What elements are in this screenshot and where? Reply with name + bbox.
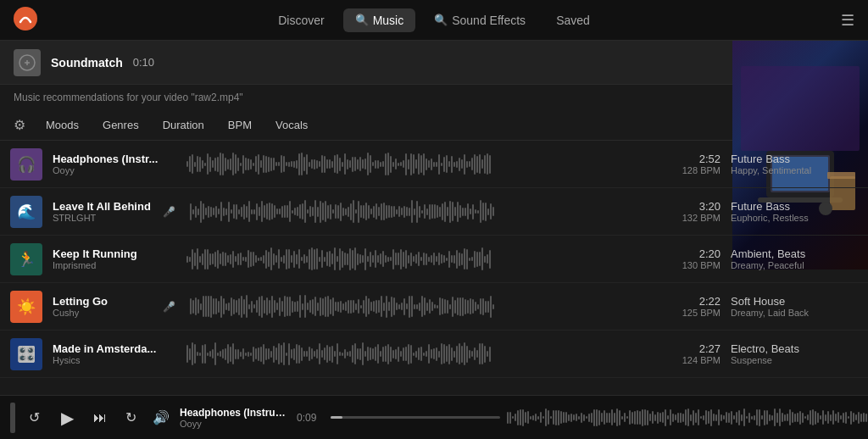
filter-duration[interactable]: Duration	[153, 115, 214, 135]
track-waveform[interactable]	[186, 246, 670, 273]
track-genre: Soft HouseDreamy, Laid Back	[731, 295, 858, 318]
track-row[interactable]: 🏃Keep It RunningImprismed2:20130 BPMAmbi…	[0, 236, 868, 283]
next-btn[interactable]: ⏭	[88, 406, 112, 430]
track-duration: 2:22125 BPM	[676, 295, 721, 318]
track-waveform[interactable]	[186, 341, 670, 368]
track-row[interactable]: 🎛️Made in Amsterda...Hysics2:27124 BPMEl…	[0, 331, 868, 378]
track-info: Letting GoCushy	[53, 295, 163, 318]
soundmatch-time: 0:10	[133, 56, 154, 69]
nav-links: Discover 🔍 Music 🔍 Sound Effects Saved	[266, 8, 602, 32]
track-genre: Electro, BeatsSuspense	[731, 342, 858, 365]
track-name: Headphones (Instr...	[53, 153, 163, 165]
track-thumb: ☀️	[10, 291, 42, 323]
search-icon: 🔍	[355, 14, 369, 26]
player-waveform[interactable]	[507, 406, 868, 430]
track-waveform[interactable]	[190, 198, 670, 225]
filter-genres[interactable]: Genres	[92, 115, 149, 135]
track-name: Leave It All Behind	[53, 200, 163, 213]
track-info: Keep It RunningImprismed	[53, 247, 163, 270]
player-progress-fill	[331, 416, 342, 419]
track-info: Made in Amsterda...Hysics	[53, 342, 163, 365]
track-name: Keep It Running	[53, 247, 163, 260]
track-row[interactable]: 🎧Headphones (Instr...Ooyy2:52128 BPMFutu…	[0, 141, 868, 188]
track-artist: Cushy	[53, 308, 163, 318]
track-artist: Hysics	[53, 355, 163, 365]
track-duration: 2:27124 BPM	[676, 342, 721, 365]
volume-btn[interactable]: 🔊	[149, 406, 173, 430]
filter-vocals[interactable]: Vocals	[265, 115, 318, 135]
track-genre: Future BassHappy, Sentimental	[731, 153, 858, 175]
player-progress-bar[interactable]	[331, 416, 500, 419]
mic-icon: 🎤	[163, 301, 180, 313]
nav-music[interactable]: 🔍 Music	[343, 8, 416, 32]
track-thumb: 🎧	[10, 148, 42, 181]
track-genre: Ambient, BeatsDreamy, Peaceful	[731, 247, 858, 270]
shuffle-btn[interactable]: ↺	[22, 406, 46, 430]
nav-sound-effects[interactable]: 🔍 Sound Effects	[422, 8, 537, 32]
filter-icon[interactable]: ⚙	[14, 117, 25, 133]
player-controls: ↺ ▶ ⏭ ↻ 🔊	[22, 403, 173, 432]
track-waveform[interactable]	[186, 151, 670, 178]
player-track-info: Headphones (Instrum... Ooyy	[180, 407, 290, 429]
menu-icon[interactable]: ☰	[841, 11, 854, 30]
play-button[interactable]: ▶	[53, 403, 81, 432]
player-track-name: Headphones (Instrum...	[180, 407, 290, 419]
mic-icon: 🎤	[163, 206, 180, 218]
track-artist: Ooyy	[53, 165, 163, 175]
filter-bpm[interactable]: BPM	[218, 115, 262, 135]
player-time-elapsed: 0:09	[297, 412, 324, 424]
track-artist: STRLGHT	[53, 213, 163, 223]
track-duration: 2:20130 BPM	[676, 247, 721, 270]
loop-btn[interactable]: ↻	[119, 406, 142, 430]
nav-saved[interactable]: Saved	[544, 8, 602, 32]
svg-rect-9	[741, 66, 860, 151]
top-nav: Discover 🔍 Music 🔍 Sound Effects Saved ☰	[0, 0, 868, 41]
track-thumb: 🌊	[10, 196, 42, 228]
track-duration: 3:20132 BPM	[676, 200, 721, 223]
track-row[interactable]: ☀️Letting GoCushy🎤2:22125 BPMSoft HouseD…	[0, 283, 868, 331]
player-thumb	[10, 403, 15, 433]
soundmatch-thumb	[14, 49, 41, 76]
track-waveform[interactable]	[190, 293, 670, 320]
track-info: Headphones (Instr...Ooyy	[53, 153, 163, 175]
player-track-artist: Ooyy	[180, 419, 290, 429]
bottom-player: ↺ ▶ ⏭ ↻ 🔊 Headphones (Instrum... Ooyy 0:…	[0, 395, 868, 439]
track-thumb: 🏃	[10, 243, 42, 275]
filter-moods[interactable]: Moods	[36, 115, 89, 135]
track-name: Made in Amsterda...	[53, 342, 163, 355]
track-name: Letting Go	[53, 295, 163, 308]
track-genre: Future BassEuphoric, Restless	[731, 200, 858, 223]
track-thumb: 🎛️	[10, 338, 42, 370]
track-artist: Imprismed	[53, 260, 163, 270]
track-row[interactable]: 🌊Leave It All BehindSTRLGHT🎤3:20132 BPMF…	[0, 188, 868, 236]
track-info: Leave It All BehindSTRLGHT	[53, 200, 163, 223]
nav-discover[interactable]: Discover	[266, 8, 336, 32]
soundmatch-title: Soundmatch	[51, 56, 123, 69]
search-icon-2: 🔍	[434, 14, 448, 26]
logo	[14, 7, 37, 34]
track-list: 🎧Headphones (Instr...Ooyy2:52128 BPMFutu…	[0, 141, 868, 393]
track-duration: 2:52128 BPM	[676, 153, 721, 175]
